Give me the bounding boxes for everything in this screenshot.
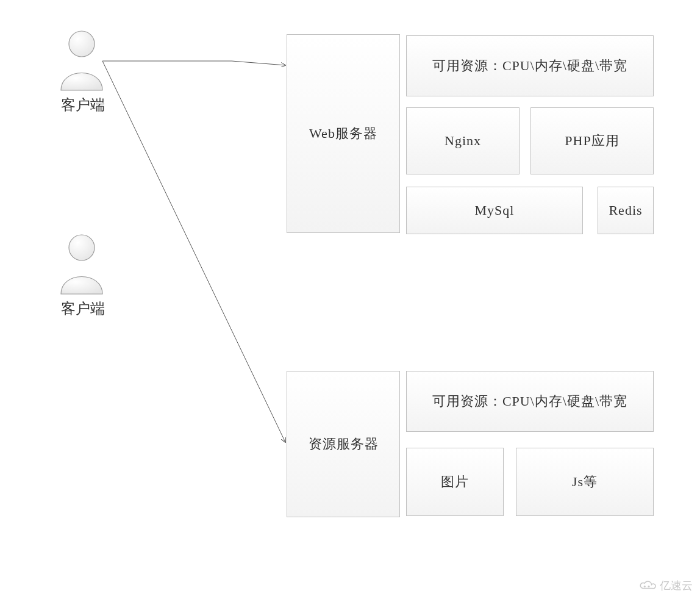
svg-point-1 (69, 235, 95, 260)
top-resources-box: 可用资源：CPU\内存\硬盘\带宽 (406, 35, 654, 96)
client1-label: 客户端 (61, 95, 105, 115)
resource-server-box: 资源服务器 (287, 371, 400, 517)
php-box: PHP应用 (530, 107, 654, 174)
svg-point-0 (69, 31, 95, 57)
web-server-box: Web服务器 (287, 34, 400, 233)
mysql-box: MySql (406, 187, 583, 234)
js-box: Js等 (516, 448, 654, 516)
nginx-box: Nginx (406, 107, 520, 174)
arrow-client-to-web (102, 61, 285, 65)
client-actor-1 (61, 31, 102, 90)
svg-point-3 (648, 586, 650, 587)
svg-point-2 (644, 586, 646, 587)
client2-label: 客户端 (61, 299, 105, 318)
watermark: 亿速云 (638, 578, 693, 593)
arrow-client-to-resource (102, 61, 285, 442)
image-box: 图片 (406, 448, 504, 516)
bottom-resources-box: 可用资源：CPU\内存\硬盘\带宽 (406, 371, 654, 432)
watermark-text: 亿速云 (660, 578, 693, 593)
diagram-stage: 客户端 客户端 Web服务器 可用资源：CPU\内存\硬盘\带宽 Nginx P… (0, 0, 700, 599)
redis-box: Redis (598, 187, 654, 234)
client-actor-2 (61, 235, 102, 294)
cloud-icon (638, 579, 656, 592)
